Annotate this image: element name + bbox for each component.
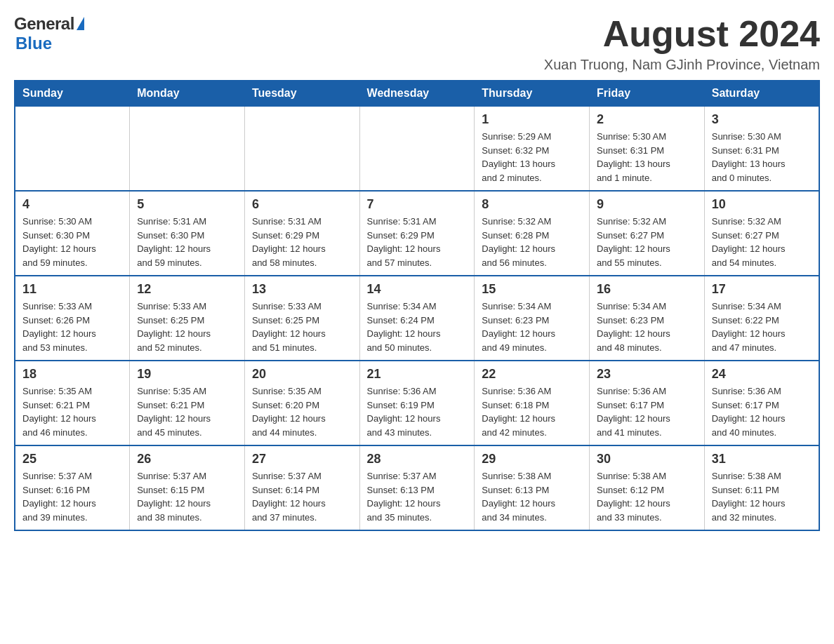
day-info: Sunrise: 5:38 AM Sunset: 6:12 PM Dayligh… xyxy=(597,469,697,524)
calendar-cell xyxy=(359,106,475,191)
day-info: Sunrise: 5:33 AM Sunset: 6:25 PM Dayligh… xyxy=(137,300,237,354)
day-info: Sunrise: 5:37 AM Sunset: 6:15 PM Dayligh… xyxy=(137,469,237,524)
calendar-week-row: 4Sunrise: 5:30 AM Sunset: 6:30 PM Daylig… xyxy=(15,191,819,276)
day-info: Sunrise: 5:36 AM Sunset: 6:19 PM Dayligh… xyxy=(367,384,468,439)
day-number: 13 xyxy=(252,282,352,297)
day-info: Sunrise: 5:35 AM Sunset: 6:21 PM Dayligh… xyxy=(22,384,122,439)
calendar-cell: 21Sunrise: 5:36 AM Sunset: 6:19 PM Dayli… xyxy=(359,361,475,445)
calendar-cell: 5Sunrise: 5:31 AM Sunset: 6:30 PM Daylig… xyxy=(130,191,245,276)
day-info: Sunrise: 5:34 AM Sunset: 6:23 PM Dayligh… xyxy=(597,300,697,354)
calendar-cell xyxy=(244,106,359,191)
day-info: Sunrise: 5:32 AM Sunset: 6:27 PM Dayligh… xyxy=(712,215,812,269)
calendar-day-header: Monday xyxy=(130,81,245,106)
calendar-cell: 12Sunrise: 5:33 AM Sunset: 6:25 PM Dayli… xyxy=(130,276,245,361)
day-info: Sunrise: 5:37 AM Sunset: 6:16 PM Dayligh… xyxy=(22,469,122,524)
calendar-cell: 26Sunrise: 5:37 AM Sunset: 6:15 PM Dayli… xyxy=(130,445,245,530)
calendar-cell: 17Sunrise: 5:34 AM Sunset: 6:22 PM Dayli… xyxy=(704,276,819,361)
day-number: 18 xyxy=(22,367,122,382)
logo-blue-text: Blue xyxy=(15,34,52,53)
calendar-cell: 27Sunrise: 5:37 AM Sunset: 6:14 PM Dayli… xyxy=(244,445,359,530)
day-number: 26 xyxy=(137,452,237,467)
day-number: 24 xyxy=(712,367,812,382)
calendar-cell: 8Sunrise: 5:32 AM Sunset: 6:28 PM Daylig… xyxy=(475,191,590,276)
day-number: 7 xyxy=(367,197,468,212)
day-info: Sunrise: 5:32 AM Sunset: 6:27 PM Dayligh… xyxy=(597,215,697,269)
calendar-cell: 18Sunrise: 5:35 AM Sunset: 6:21 PM Dayli… xyxy=(15,361,130,445)
calendar-cell: 9Sunrise: 5:32 AM Sunset: 6:27 PM Daylig… xyxy=(590,191,705,276)
calendar-cell: 3Sunrise: 5:30 AM Sunset: 6:31 PM Daylig… xyxy=(704,106,819,191)
calendar-cell: 13Sunrise: 5:33 AM Sunset: 6:25 PM Dayli… xyxy=(244,276,359,361)
calendar-cell: 10Sunrise: 5:32 AM Sunset: 6:27 PM Dayli… xyxy=(704,191,819,276)
header: General Blue August 2024 Xuan Truong, Na… xyxy=(14,14,820,73)
calendar-cell xyxy=(130,106,245,191)
day-number: 10 xyxy=(712,197,812,212)
day-info: Sunrise: 5:34 AM Sunset: 6:23 PM Dayligh… xyxy=(482,300,582,354)
calendar-cell: 22Sunrise: 5:36 AM Sunset: 6:18 PM Dayli… xyxy=(475,361,590,445)
day-number: 6 xyxy=(252,197,352,212)
calendar-cell: 11Sunrise: 5:33 AM Sunset: 6:26 PM Dayli… xyxy=(15,276,130,361)
day-number: 25 xyxy=(22,452,122,467)
logo-triangle-icon xyxy=(77,17,84,30)
day-info: Sunrise: 5:31 AM Sunset: 6:29 PM Dayligh… xyxy=(367,215,468,269)
day-info: Sunrise: 5:33 AM Sunset: 6:26 PM Dayligh… xyxy=(22,300,122,354)
day-number: 29 xyxy=(482,452,582,467)
title-area: August 2024 Xuan Truong, Nam GJinh Provi… xyxy=(544,14,820,73)
day-number: 4 xyxy=(22,197,122,212)
calendar-cell: 6Sunrise: 5:31 AM Sunset: 6:29 PM Daylig… xyxy=(244,191,359,276)
calendar-table: SundayMondayTuesdayWednesdayThursdayFrid… xyxy=(14,80,820,531)
day-number: 1 xyxy=(482,112,582,127)
location-text: Xuan Truong, Nam GJinh Province, Vietnam xyxy=(544,57,820,73)
day-number: 9 xyxy=(597,197,697,212)
day-info: Sunrise: 5:38 AM Sunset: 6:11 PM Dayligh… xyxy=(712,469,812,524)
day-info: Sunrise: 5:31 AM Sunset: 6:29 PM Dayligh… xyxy=(252,215,352,269)
day-info: Sunrise: 5:37 AM Sunset: 6:13 PM Dayligh… xyxy=(367,469,468,524)
day-number: 21 xyxy=(367,367,468,382)
calendar-cell: 16Sunrise: 5:34 AM Sunset: 6:23 PM Dayli… xyxy=(590,276,705,361)
calendar-cell: 28Sunrise: 5:37 AM Sunset: 6:13 PM Dayli… xyxy=(359,445,475,530)
day-info: Sunrise: 5:30 AM Sunset: 6:31 PM Dayligh… xyxy=(712,130,812,185)
day-info: Sunrise: 5:32 AM Sunset: 6:28 PM Dayligh… xyxy=(482,215,582,269)
day-info: Sunrise: 5:35 AM Sunset: 6:20 PM Dayligh… xyxy=(252,384,352,439)
calendar-day-header: Tuesday xyxy=(244,81,359,106)
day-info: Sunrise: 5:34 AM Sunset: 6:22 PM Dayligh… xyxy=(712,300,812,354)
calendar-day-header: Thursday xyxy=(475,81,590,106)
calendar-cell: 15Sunrise: 5:34 AM Sunset: 6:23 PM Dayli… xyxy=(475,276,590,361)
calendar-header-row: SundayMondayTuesdayWednesdayThursdayFrid… xyxy=(15,81,819,106)
day-info: Sunrise: 5:29 AM Sunset: 6:32 PM Dayligh… xyxy=(482,130,582,185)
calendar-day-header: Wednesday xyxy=(359,81,475,106)
logo: General Blue xyxy=(14,14,84,53)
day-number: 15 xyxy=(482,282,582,297)
calendar-week-row: 18Sunrise: 5:35 AM Sunset: 6:21 PM Dayli… xyxy=(15,361,819,445)
day-info: Sunrise: 5:36 AM Sunset: 6:18 PM Dayligh… xyxy=(482,384,582,439)
calendar-week-row: 11Sunrise: 5:33 AM Sunset: 6:26 PM Dayli… xyxy=(15,276,819,361)
logo-general-text: General xyxy=(14,14,74,34)
calendar-cell xyxy=(15,106,130,191)
day-number: 3 xyxy=(712,112,812,127)
calendar-week-row: 1Sunrise: 5:29 AM Sunset: 6:32 PM Daylig… xyxy=(15,106,819,191)
calendar-cell: 19Sunrise: 5:35 AM Sunset: 6:21 PM Dayli… xyxy=(130,361,245,445)
calendar-cell: 14Sunrise: 5:34 AM Sunset: 6:24 PM Dayli… xyxy=(359,276,475,361)
month-title: August 2024 xyxy=(544,14,820,54)
day-info: Sunrise: 5:30 AM Sunset: 6:30 PM Dayligh… xyxy=(22,215,122,269)
day-info: Sunrise: 5:36 AM Sunset: 6:17 PM Dayligh… xyxy=(712,384,812,439)
day-info: Sunrise: 5:31 AM Sunset: 6:30 PM Dayligh… xyxy=(137,215,237,269)
day-number: 27 xyxy=(252,452,352,467)
calendar-cell: 30Sunrise: 5:38 AM Sunset: 6:12 PM Dayli… xyxy=(590,445,705,530)
calendar-cell: 7Sunrise: 5:31 AM Sunset: 6:29 PM Daylig… xyxy=(359,191,475,276)
calendar-day-header: Sunday xyxy=(15,81,130,106)
calendar-cell: 29Sunrise: 5:38 AM Sunset: 6:13 PM Dayli… xyxy=(475,445,590,530)
day-number: 11 xyxy=(22,282,122,297)
day-number: 28 xyxy=(367,452,468,467)
calendar-cell: 31Sunrise: 5:38 AM Sunset: 6:11 PM Dayli… xyxy=(704,445,819,530)
calendar-cell: 25Sunrise: 5:37 AM Sunset: 6:16 PM Dayli… xyxy=(15,445,130,530)
day-number: 30 xyxy=(597,452,697,467)
day-number: 31 xyxy=(712,452,812,467)
calendar-day-header: Friday xyxy=(590,81,705,106)
calendar-cell: 2Sunrise: 5:30 AM Sunset: 6:31 PM Daylig… xyxy=(590,106,705,191)
day-number: 12 xyxy=(137,282,237,297)
calendar-cell: 4Sunrise: 5:30 AM Sunset: 6:30 PM Daylig… xyxy=(15,191,130,276)
day-info: Sunrise: 5:36 AM Sunset: 6:17 PM Dayligh… xyxy=(597,384,697,439)
day-number: 22 xyxy=(482,367,582,382)
calendar-cell: 24Sunrise: 5:36 AM Sunset: 6:17 PM Dayli… xyxy=(704,361,819,445)
day-info: Sunrise: 5:30 AM Sunset: 6:31 PM Dayligh… xyxy=(597,130,697,185)
